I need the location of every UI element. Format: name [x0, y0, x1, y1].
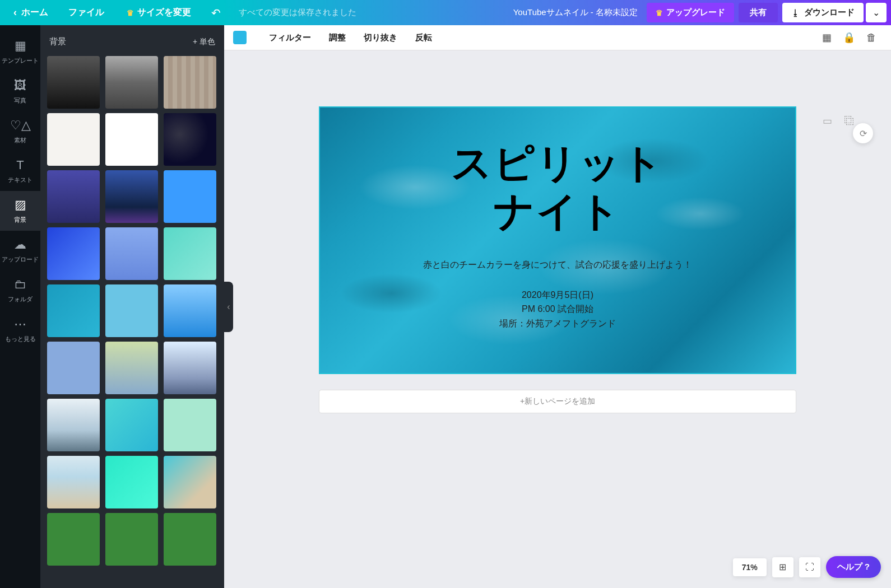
filter-button[interactable]: フィルター — [260, 32, 320, 43]
rail-folders[interactable]: 🗀 フォルダ — [0, 270, 40, 310]
elements-icon: ♡△ — [10, 118, 31, 133]
left-rail: ▦ テンプレート 🖼 写真 ♡△ 素材 T テキスト ▨ 背景 ☁ アップロード… — [0, 25, 40, 588]
rail-elements[interactable]: ♡△ 素材 — [0, 111, 40, 151]
bg-thumb[interactable] — [47, 513, 100, 566]
canvas-details[interactable]: 2020年9月5日(日) PM 6:00 試合開始 場所：外苑アメフトグランド — [499, 288, 616, 331]
background-grid — [47, 56, 217, 566]
rail-label: もっと見る — [5, 335, 36, 343]
collapse-panel-button[interactable]: ‹ — [224, 282, 233, 332]
detail-line: 場所：外苑アメフトグランド — [499, 316, 616, 331]
bg-thumb[interactable] — [47, 56, 100, 109]
side-panel: 背景 + 単色 — [40, 25, 224, 588]
fullscreen-icon[interactable]: ⛶ — [799, 557, 820, 577]
rail-photos[interactable]: 🖼 写真 — [0, 72, 40, 111]
rail-label: 素材 — [14, 136, 26, 144]
notes-icon[interactable]: ▭ — [819, 113, 835, 129]
bg-thumb[interactable] — [164, 227, 216, 280]
bg-thumb[interactable] — [164, 513, 216, 566]
rail-templates[interactable]: ▦ テンプレート — [0, 32, 40, 72]
crown-icon: ♛ — [656, 8, 663, 17]
bg-thumb[interactable] — [105, 227, 158, 280]
title-line2: ナイト — [451, 187, 664, 235]
crop-button[interactable]: 切り抜き — [355, 32, 406, 43]
download-icon: ⭳ — [791, 8, 800, 17]
panel-title: 背景 — [49, 36, 66, 47]
bg-thumb[interactable] — [105, 456, 158, 508]
bg-thumb[interactable] — [47, 227, 100, 280]
download-dropdown[interactable]: ⌄ — [866, 3, 887, 22]
color-swatch[interactable] — [233, 31, 247, 44]
file-button[interactable]: ファイル — [57, 7, 115, 18]
save-status: すべての変更は保存されました — [230, 7, 365, 18]
resize-label: サイズを変更 — [137, 7, 191, 18]
title-line1: スピリット — [451, 139, 664, 187]
bg-thumb[interactable] — [105, 399, 158, 451]
rail-more[interactable]: ⋯ もっと見る — [0, 310, 40, 350]
add-page-button[interactable]: +新しいページを追加 — [319, 390, 796, 413]
bg-thumb[interactable] — [105, 170, 158, 223]
bg-thumb[interactable] — [105, 113, 158, 166]
adjust-button[interactable]: 調整 — [320, 32, 355, 43]
bg-thumb[interactable] — [164, 342, 216, 394]
undo-button[interactable]: ↶ — [202, 6, 230, 20]
help-button[interactable]: ヘルプ ? — [826, 556, 881, 578]
upgrade-label: アップグレード — [666, 7, 725, 18]
bg-thumb[interactable] — [164, 113, 216, 166]
download-label: ダウンロード — [804, 7, 855, 18]
bg-thumb[interactable] — [164, 399, 216, 451]
grid-view-icon[interactable]: ⊞ — [772, 557, 793, 577]
upgrade-button[interactable]: ♛ アップグレード — [647, 3, 734, 22]
background-icon: ▨ — [15, 198, 26, 212]
rail-label: テキスト — [8, 176, 33, 184]
chevron-left-icon: ‹ — [13, 7, 17, 18]
rail-background[interactable]: ▨ 背景 — [0, 191, 40, 231]
folders-icon: 🗀 — [14, 277, 26, 292]
bg-thumb[interactable] — [164, 284, 216, 337]
more-icon: ⋯ — [14, 317, 26, 332]
crown-icon: ♛ — [127, 8, 134, 17]
bg-thumb[interactable] — [105, 342, 158, 394]
canvas-page[interactable]: スピリット ナイト 赤と白のチームカラーを身につけて、試合の応援を盛り上げよう！… — [319, 106, 796, 374]
text-icon: T — [16, 158, 24, 172]
templates-icon: ▦ — [15, 39, 26, 53]
detail-line: PM 6:00 試合開始 — [499, 302, 616, 316]
delete-icon[interactable]: 🗑 — [861, 32, 882, 44]
single-color-button[interactable]: + 単色 — [193, 37, 215, 47]
flip-button[interactable]: 反転 — [406, 32, 441, 43]
bg-thumb[interactable] — [47, 284, 100, 337]
download-button[interactable]: ⭳ ダウンロード — [782, 3, 864, 22]
transparency-icon[interactable]: ▦ — [816, 31, 837, 44]
resize-button[interactable]: ♛ サイズを変更 — [115, 7, 202, 18]
lock-icon[interactable]: 🔒 — [837, 31, 861, 44]
share-button[interactable]: 共有 — [739, 3, 778, 22]
document-title[interactable]: YouTubeサムネイル - 名称未設定 — [513, 7, 638, 18]
canvas-title[interactable]: スピリット ナイト — [451, 139, 664, 236]
bg-thumb[interactable] — [47, 399, 100, 451]
bg-thumb[interactable] — [164, 56, 216, 109]
bg-thumb[interactable] — [47, 113, 100, 166]
bg-thumb[interactable] — [105, 513, 158, 566]
bottom-bar: 71% ⊞ ⛶ ヘルプ ? — [733, 556, 881, 578]
rail-label: 背景 — [14, 216, 26, 224]
bg-thumb[interactable] — [105, 284, 158, 337]
rail-text[interactable]: T テキスト — [0, 151, 40, 191]
canvas-container[interactable]: ▭ ⿻ ⟳ スピリット ナイト 赤と白のチームカラーを身につけて、試合の応援を盛… — [224, 50, 891, 588]
rail-label: テンプレート — [2, 57, 39, 65]
sync-button[interactable]: ⟳ — [853, 123, 873, 143]
home-button[interactable]: ‹ ホーム — [4, 7, 57, 18]
uploads-icon: ☁ — [14, 237, 26, 252]
editor-area: フィルター 調整 切り抜き 反転 ▦ 🔒 🗑 ▭ ⿻ ⟳ スピリット ナイト 赤… — [224, 25, 891, 588]
bg-thumb[interactable] — [164, 170, 216, 223]
photos-icon: 🖼 — [14, 78, 26, 93]
canvas-subtitle[interactable]: 赤と白のチームカラーを身につけて、試合の応援を盛り上げよう！ — [423, 259, 692, 271]
bg-thumb[interactable] — [164, 456, 216, 508]
bg-thumb[interactable] — [47, 456, 100, 508]
bg-thumb[interactable] — [47, 342, 100, 394]
bg-thumb[interactable] — [47, 170, 100, 223]
detail-line: 2020年9月5日(日) — [499, 288, 616, 302]
home-label: ホーム — [21, 7, 48, 18]
rail-uploads[interactable]: ☁ アップロード — [0, 231, 40, 270]
rail-label: フォルダ — [8, 295, 33, 304]
bg-thumb[interactable] — [105, 56, 158, 109]
zoom-display[interactable]: 71% — [733, 558, 767, 576]
